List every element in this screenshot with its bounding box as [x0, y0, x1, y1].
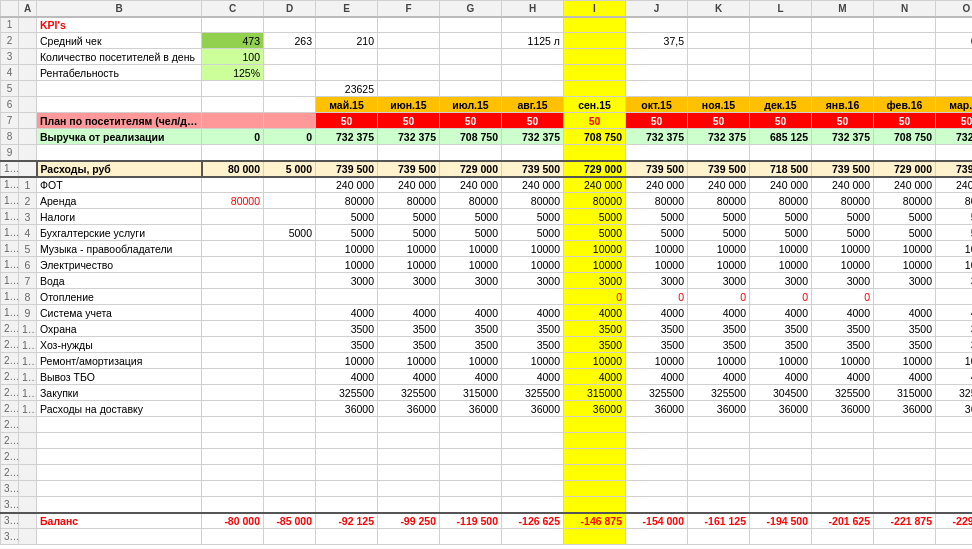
row-2-h: 1125 л [502, 33, 564, 49]
row-8-k: 732 375 [688, 129, 750, 145]
row-2-i [564, 33, 626, 49]
balance-o: -229 000 [936, 513, 973, 529]
row-1-k [688, 17, 750, 33]
row-10-k: 739 500 [688, 161, 750, 177]
row-11-num: 1 [19, 177, 37, 193]
row-2-d: 263 [264, 33, 316, 49]
kpis-label: KPI's [37, 17, 202, 33]
row-2-o: 6000 [936, 33, 973, 49]
ohrana-label: Охрана [37, 321, 202, 337]
col-d-header: D [264, 1, 316, 17]
row-10-l: 718 500 [750, 161, 812, 177]
row-26: 26 [1, 417, 973, 433]
row-30: 30 [1, 481, 973, 497]
row-20: 20 10 Охрана 3500 3500 3500 3500 3500 35… [1, 321, 973, 337]
row-10-e: 739 500 [316, 161, 378, 177]
arenda-label: Аренда [37, 193, 202, 209]
row-1-i [564, 17, 626, 33]
row-8-j: 732 375 [626, 129, 688, 145]
row-8-i: 708 750 [564, 129, 626, 145]
row-23: 23 13 Вывоз ТБО 4000 4000 4000 4000 4000… [1, 369, 973, 385]
row-4-c: 125% [202, 65, 264, 81]
kolichestvo-label: Количество посетителей в день [37, 49, 202, 65]
col-b-header: B [37, 1, 202, 17]
row-8-o: 732 375 [936, 129, 973, 145]
spreadsheet: A B C D E F G H I J K L M N O 1 KPI's [0, 0, 972, 545]
muzika-label: Музыка - правообладатели [37, 241, 202, 257]
balance-n: -221 875 [874, 513, 936, 529]
dostavka-label: Расходы на доставку [37, 401, 202, 417]
row-3: 3 Количество посетителей в день 100 [1, 49, 973, 65]
row-18: 18 8 Отопление 0 0 0 0 0 [1, 289, 973, 305]
balance-d: -85 000 [264, 513, 316, 529]
row-7-e: 50 [316, 113, 378, 129]
row-32-balance: 32 Баланс -80 000 -85 000 -92 125 -99 25… [1, 513, 973, 529]
row-7-l: 50 [750, 113, 812, 129]
col-l-header: L [750, 1, 812, 17]
row-14: 14 4 Бухгалтерские услуги 5000 5000 5000… [1, 225, 973, 241]
month-sep15: сен.15 [564, 97, 626, 113]
col-m-header: M [812, 1, 874, 17]
row-7-f: 50 [378, 113, 440, 129]
row-1-e [316, 17, 378, 33]
row-8-c: 0 [202, 129, 264, 145]
row-13: 13 3 Налоги 5000 5000 5000 5000 5000 500… [1, 209, 973, 225]
balance-l: -194 500 [750, 513, 812, 529]
row-2-j: 37,5 [626, 33, 688, 49]
row-8: 8 Выручка от реализации 0 0 732 375 732 … [1, 129, 973, 145]
vyvoz-label: Вывоз ТБО [37, 369, 202, 385]
row-4: 4 Рентабельность 125% [1, 65, 973, 81]
nalogi-label: Налоги [37, 209, 202, 225]
row-25: 25 15 Расходы на доставку 36000 36000 36… [1, 401, 973, 417]
row-22: 22 12 Ремонт/амортизация 10000 10000 100… [1, 353, 973, 369]
row-9: 9 [1, 145, 973, 161]
row-8-l: 685 125 [750, 129, 812, 145]
row-21: 21 11 Хоз-нужды 3500 3500 3500 3500 3500… [1, 337, 973, 353]
col-k-header: K [688, 1, 750, 17]
row-8-m: 732 375 [812, 129, 874, 145]
row-1-a [19, 17, 37, 33]
row-2: 2 Средний чек 473 263 210 1125 л 37,5 60… [1, 33, 973, 49]
row-num-header [1, 1, 19, 17]
row-33: 33 [1, 529, 973, 545]
plan-pos-label: План по посетителям (чел/день) [37, 113, 202, 129]
month-jun15: июн.15 [378, 97, 440, 113]
row-16: 16 6 Электричество 10000 10000 10000 100… [1, 257, 973, 273]
row-10-c: 80 000 [202, 161, 264, 177]
balance-e: -92 125 [316, 513, 378, 529]
month-dec15: дек.15 [750, 97, 812, 113]
row-1-j [626, 17, 688, 33]
row-2-l [750, 33, 812, 49]
col-f-header: F [378, 1, 440, 17]
month-aug15: авг.15 [502, 97, 564, 113]
row-2-f [378, 33, 440, 49]
row-5-e: 23625 [316, 81, 378, 97]
row-27: 27 [1, 433, 973, 449]
row-12-c: 80000 [202, 193, 264, 209]
row-1-h [502, 17, 564, 33]
row-2-n [874, 33, 936, 49]
col-o-header: O [936, 1, 973, 17]
row-1-o [936, 17, 973, 33]
voda-label: Вода [37, 273, 202, 289]
row-10-j: 739 500 [626, 161, 688, 177]
hoz-label: Хоз-нужды [37, 337, 202, 353]
fot-label: ФОТ [37, 177, 202, 193]
row-1-f [378, 17, 440, 33]
balance-k: -161 125 [688, 513, 750, 529]
row-2-g [440, 33, 502, 49]
row-1-l [750, 17, 812, 33]
row-8-h: 732 375 [502, 129, 564, 145]
row-1-g [440, 17, 502, 33]
row-10-o: 739 500 [936, 161, 973, 177]
month-mar16: мар.16 [936, 97, 973, 113]
col-h-header: H [502, 1, 564, 17]
sredny-chek-label: Средний чек [37, 33, 202, 49]
row-10-n: 729 000 [874, 161, 936, 177]
row-11: 11 1 ФОТ 240 000 240 000 240 000 240 000… [1, 177, 973, 193]
row-1: 1 KPI's [1, 17, 973, 33]
row-8-d: 0 [264, 129, 316, 145]
row-6-months: 6 май.15 июн.15 июл.15 авг.15 сен.15 окт… [1, 97, 973, 113]
row-8-n: 708 750 [874, 129, 936, 145]
balance-f: -99 250 [378, 513, 440, 529]
